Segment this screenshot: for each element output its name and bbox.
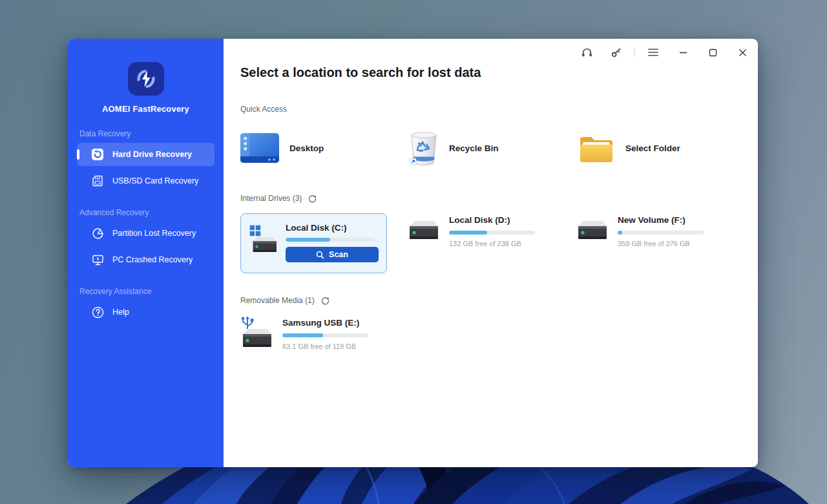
sidebar-item-partition-lost-recovery[interactable]: Partition Lost Recovery [77,222,215,245]
drive-capacity: 359 GB free of 376 GB [618,240,704,247]
quick-access-label-recycle-bin: Recycle Bin [449,143,499,153]
main-pane: Select a location to search for lost dat… [224,39,758,467]
drive-capacity: 132 GB free of 238 GB [449,240,535,247]
refresh-removable-media-icon[interactable] [321,297,330,305]
drive-usage-bar [618,231,704,235]
quick-access-row: Desktop [240,130,758,166]
help-icon [91,306,104,319]
drive-cell-local-disk-d[interactable]: Local Disk (D:) 132 GB free of 238 GB [408,213,577,247]
sidebar-item-help[interactable]: Help [77,300,215,324]
internal-drives-row: Local Disk (C:) Scan [240,213,758,273]
drive-name: New Volume (F:) [618,215,704,225]
minimize-icon[interactable] [676,46,689,59]
register-key-icon[interactable] [610,46,623,59]
lightning-recovery-logo-icon [134,67,158,90]
scan-button[interactable]: Scan [286,247,379,262]
search-icon [316,251,324,259]
quick-access-recycle-bin[interactable]: Recycle Bin [409,130,578,166]
sidebar-item-label: Partition Lost Recovery [112,229,196,238]
drive-cell-new-volume-f[interactable]: New Volume (F:) 359 GB free of 376 GB [577,213,746,247]
sd-card-icon [91,174,104,187]
sidebar-item-pc-crashed-recovery[interactable]: PC Crashed Recovery [77,248,215,271]
drive-usage-bar [449,231,535,235]
quick-access-label-select-folder: Select Folder [625,143,680,153]
sidebar: AOMEI FastRecovery Data Recovery Hard Dr… [68,39,224,467]
system-drive-icon [249,221,277,258]
close-icon[interactable] [736,46,749,59]
page-title: Select a location to search for lost dat… [240,65,758,80]
desktop-icon [240,131,279,165]
drive-name: Local Disk (D:) [449,215,535,225]
support-headset-icon[interactable] [580,46,593,59]
sidebar-section-recovery-assistance: Recovery Assistance [79,287,224,296]
windows-logo-icon [250,226,261,236]
hard-drive-icon [577,220,607,242]
sidebar-item-label: PC Crashed Recovery [112,255,193,264]
quick-access-label: Quick Access [240,105,758,114]
hard-drive-recovery-icon [91,148,104,161]
drive-usage-bar [286,238,375,242]
quick-access-label-desktop: Desktop [289,143,324,153]
sidebar-section-data-recovery: Data Recovery [79,129,224,138]
refresh-internal-drives-icon[interactable] [308,194,317,203]
sidebar-item-label: Hard Drive Recovery [112,150,192,159]
maximize-icon[interactable] [706,46,719,59]
internal-drives-label: Internal Drives (3) [240,194,758,203]
removable-media-row: Samsung USB (E:) 63.1 GB free of 119 GB [240,316,758,350]
usb-drive-icon [240,316,271,350]
drive-capacity: 63.1 GB free of 119 GB [282,342,368,350]
app-logo [128,62,164,96]
drive-cell-samsung-usb-e[interactable]: Samsung USB (E:) 63.1 GB free of 119 GB [240,316,409,350]
drive-card-local-disk-c[interactable]: Local Disk (C:) Scan [240,213,387,273]
quick-access-select-folder[interactable]: Select Folder [578,130,746,166]
hard-drive-icon [408,220,438,242]
folder-icon [578,132,615,164]
sidebar-item-label: Help [112,308,129,317]
recycle-bin-icon [409,130,439,166]
sidebar-item-hard-drive-recovery[interactable]: Hard Drive Recovery [77,143,215,166]
controls-divider [634,48,635,57]
drive-name: Samsung USB (E:) [282,318,368,328]
sidebar-item-label: USB/SD Card Recovery [112,176,198,185]
drive-usage-bar [282,333,368,337]
partition-lost-icon [91,227,104,240]
pc-crashed-icon [91,253,104,266]
removable-media-label: Removable Media (1) [240,296,758,305]
quick-access-desktop[interactable]: Desktop [240,130,409,166]
sidebar-item-usb-sd-card-recovery[interactable]: USB/SD Card Recovery [77,169,215,193]
drive-name: Local Disk (C:) [286,223,379,233]
window-controls [580,46,749,59]
app-name: AOMEI FastRecovery [68,104,224,114]
app-window: AOMEI FastRecovery Data Recovery Hard Dr… [68,39,758,467]
menu-icon[interactable] [647,46,660,59]
sidebar-section-advanced-recovery: Advanced Recovery [79,208,224,217]
